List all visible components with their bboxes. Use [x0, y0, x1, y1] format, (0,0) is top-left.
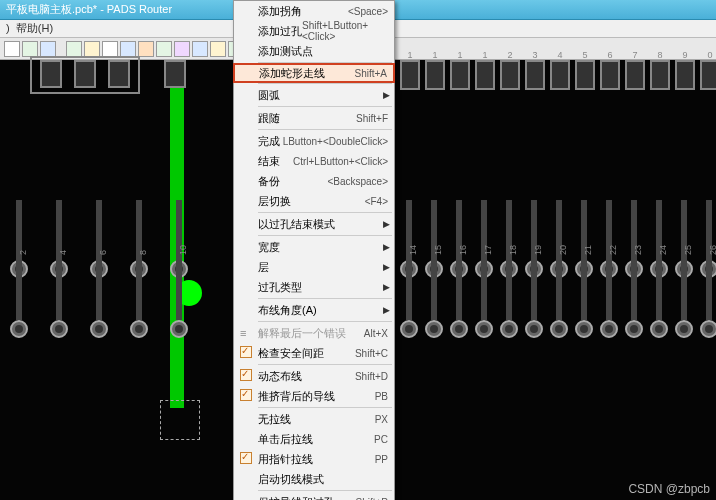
menu-separator	[258, 129, 392, 130]
menu-label: 以过孔结束模式	[258, 217, 388, 232]
pad-label: 6	[602, 50, 618, 60]
pcb-via	[575, 320, 593, 338]
menu-item[interactable]: 推挤背后的导线PB	[234, 386, 394, 406]
menu-label: 动态布线	[258, 369, 355, 384]
menu-item: ≡解释最后一个错误Alt+X	[234, 323, 394, 343]
menu-shortcut: PP	[375, 454, 388, 465]
submenu-arrow-icon: ▶	[383, 262, 390, 272]
menu-item[interactable]: 跟随Shift+F	[234, 108, 394, 128]
tool-btn[interactable]	[138, 41, 154, 57]
tool-btn[interactable]	[102, 41, 118, 57]
tool-btn[interactable]	[22, 41, 38, 57]
menu-shortcut: PX	[375, 414, 388, 425]
trace-stub	[581, 260, 587, 320]
menu-item[interactable]: 动态布线Shift+D	[234, 366, 394, 386]
menu-item[interactable]: 以过孔结束模式▶	[234, 214, 394, 234]
trace-stub	[606, 260, 612, 320]
trace-stub	[16, 260, 22, 320]
menu-label: 检查安全间距	[258, 346, 355, 361]
menu-item[interactable]: 层切换<F4>	[234, 191, 394, 211]
pcb-via	[625, 320, 643, 338]
menu-item[interactable]: 层▶	[234, 257, 394, 277]
menu-label: 解释最后一个错误	[258, 326, 364, 341]
pcb-pad: 1	[450, 60, 470, 90]
menu-item[interactable]: 过孔类型▶	[234, 277, 394, 297]
menu-label: 层切换	[258, 194, 365, 209]
pcb-via	[475, 320, 493, 338]
pcb-pad: 1	[475, 60, 495, 90]
trace-stub	[176, 260, 182, 320]
menu-label: 添加测试点	[258, 44, 388, 59]
check-icon	[240, 346, 252, 358]
check-icon	[240, 452, 252, 464]
menu-item[interactable]: 启动切线模式	[234, 469, 394, 489]
tool-btn[interactable]	[84, 41, 100, 57]
ref-designator: 17	[483, 245, 493, 255]
tool-btn[interactable]	[192, 41, 208, 57]
menu-label: 推挤背后的导线	[258, 389, 375, 404]
menu-item[interactable]: 布线角度(A)▶	[234, 300, 394, 320]
menu-label: 用指针拉线	[258, 452, 375, 467]
trace-stub	[681, 260, 687, 320]
menu-separator	[258, 83, 392, 84]
menu-separator	[258, 298, 392, 299]
tool-btn[interactable]	[120, 41, 136, 57]
tool-btn[interactable]	[210, 41, 226, 57]
check-icon	[240, 389, 252, 401]
context-menu[interactable]: 添加拐角<Space>添加过孔Shift+LButton+<Click>添加测试…	[233, 0, 395, 500]
menu-item[interactable]: 完成LButton+<DoubleClick>	[234, 131, 394, 151]
tool-btn[interactable]	[174, 41, 190, 57]
menu-item[interactable]: 结束Ctrl+LButton+<Click>	[234, 151, 394, 171]
pcb-via	[450, 320, 468, 338]
pcb-via	[130, 320, 148, 338]
menu-label: 添加拐角	[258, 4, 348, 19]
menu-item[interactable]: 圆弧▶	[234, 85, 394, 105]
menu-item[interactable]: 添加蛇形走线Shift+A	[234, 64, 394, 82]
menu-item[interactable]: 保护导线和过孔Shift+P	[234, 492, 394, 500]
menu-item[interactable]: 添加测试点	[234, 41, 394, 61]
tool-btn[interactable]	[4, 41, 20, 57]
ref-designator: 15	[433, 245, 443, 255]
pcb-via	[700, 320, 716, 338]
pad-label: 7	[627, 50, 643, 60]
ref-designator: 16	[458, 245, 468, 255]
window-title: 平板电脑主板.pcb* - PADS Router	[6, 2, 172, 17]
menu-label: 添加过孔	[258, 24, 302, 39]
menu-help[interactable]: 帮助(H)	[16, 22, 53, 34]
menu-item[interactable]: 检查安全间距Shift+C	[234, 343, 394, 363]
pcb-pad: 9	[675, 60, 695, 90]
menu-shortcut: PB	[375, 391, 388, 402]
pcb-pad: 8	[650, 60, 670, 90]
tool-btn[interactable]	[40, 41, 56, 57]
tool-btn[interactable]	[66, 41, 82, 57]
component-outline	[30, 56, 140, 94]
ref-designator: 25	[683, 245, 693, 255]
menu-label: 完成	[258, 134, 283, 149]
ref-designator: 23	[633, 245, 643, 255]
trace-stub	[506, 260, 512, 320]
menu-item[interactable]: 添加过孔Shift+LButton+<Click>	[234, 21, 394, 41]
menu-item[interactable]: 添加拐角<Space>	[234, 1, 394, 21]
menu-label: 备份	[258, 174, 327, 189]
trace-stub	[481, 260, 487, 320]
menu-shortcut: LButton+<DoubleClick>	[283, 136, 388, 147]
menu-label: 保护导线和过孔	[258, 495, 355, 501]
menu-item[interactable]: 单击后拉线PC	[234, 429, 394, 449]
tool-btn[interactable]	[156, 41, 172, 57]
menu-item[interactable]: 无拉线PX	[234, 409, 394, 429]
menu-item[interactable]: 用指针拉线PP	[234, 449, 394, 469]
pad-label: 1	[427, 50, 443, 60]
trace-stub	[531, 260, 537, 320]
menu-item[interactable]: 宽度▶	[234, 237, 394, 257]
menu-shortcut: Shift+D	[355, 371, 388, 382]
menu-separator	[258, 407, 392, 408]
trace-stub	[456, 260, 462, 320]
trace-stub	[56, 260, 62, 320]
pcb-pad: 1	[400, 60, 420, 90]
menu-label: 布线角度(A)	[258, 303, 388, 318]
menu-separator	[258, 62, 392, 63]
menu-shortcut: Alt+X	[364, 328, 388, 339]
menu-item[interactable]: 备份<Backspace>	[234, 171, 394, 191]
menu-shortcut: Shift+C	[355, 348, 388, 359]
pad-label: 1	[402, 50, 418, 60]
